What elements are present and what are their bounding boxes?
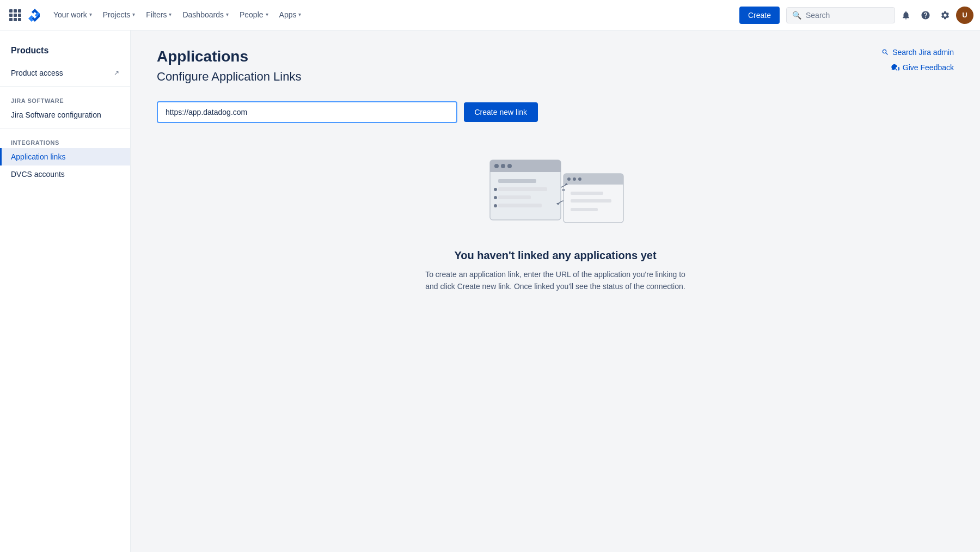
- divider-2: [0, 128, 130, 128]
- jira-logo[interactable]: [26, 7, 44, 24]
- svg-point-4: [501, 164, 505, 168]
- search-box[interactable]: 🔍 Search: [786, 7, 895, 23]
- search-icon: [881, 48, 889, 56]
- main-layout: Products Product access ↗ JIRA SOFTWARE …: [0, 30, 980, 552]
- empty-state-title: You haven't linked any applications yet: [454, 249, 656, 262]
- svg-point-11: [494, 196, 497, 199]
- sidebar-item-label: Jira Software configuration: [11, 111, 101, 119]
- empty-state-illustration: [479, 149, 632, 236]
- svg-point-5: [507, 164, 512, 168]
- give-feedback-label: Give Feedback: [903, 63, 954, 72]
- sidebar-item-dvcs-accounts[interactable]: DVCS accounts: [0, 165, 130, 183]
- top-right-actions: Search Jira admin Give Feedback: [881, 48, 954, 72]
- help-button[interactable]: [917, 7, 934, 24]
- create-button[interactable]: Create: [739, 7, 780, 24]
- grid-menu-button[interactable]: [7, 7, 24, 24]
- create-link-button[interactable]: Create new link: [464, 102, 538, 122]
- svg-rect-19: [571, 192, 603, 195]
- main-nav: Your work ▾ Projects ▾ Filters ▾ Dashboa…: [48, 0, 737, 30]
- empty-state: You haven't linked any applications yet …: [157, 149, 954, 293]
- chevron-down-icon: ▾: [89, 11, 92, 17]
- nav-filters[interactable]: Filters ▾: [140, 0, 177, 30]
- svg-rect-8: [498, 195, 531, 199]
- integrations-section-title: INTEGRATIONS: [0, 135, 130, 148]
- nav-people[interactable]: People ▾: [234, 0, 274, 30]
- svg-rect-2: [490, 166, 561, 172]
- main-content: Applications Configure Application Links…: [131, 30, 980, 552]
- svg-point-10: [494, 188, 497, 191]
- search-icon: 🔍: [792, 11, 801, 20]
- give-feedback-link[interactable]: Give Feedback: [891, 63, 954, 72]
- notifications-button[interactable]: [897, 7, 915, 24]
- sidebar-products-heading: Products: [0, 44, 130, 64]
- chevron-down-icon: ▾: [266, 11, 268, 17]
- svg-point-17: [573, 177, 576, 181]
- svg-point-16: [567, 177, 571, 181]
- url-input-row: Create new link: [157, 101, 538, 123]
- sidebar: Products Product access ↗ JIRA SOFTWARE …: [0, 30, 131, 552]
- divider: [0, 86, 130, 87]
- svg-rect-7: [498, 187, 547, 191]
- sidebar-item-product-access[interactable]: Product access ↗: [0, 64, 130, 82]
- chevron-down-icon: ▾: [132, 11, 135, 17]
- feedback-icon: [891, 63, 899, 72]
- nav-apps[interactable]: Apps ▾: [274, 0, 307, 30]
- svg-rect-6: [498, 179, 536, 183]
- settings-button[interactable]: [936, 7, 954, 24]
- search-jira-admin-link[interactable]: Search Jira admin: [881, 48, 954, 57]
- external-link-icon: ↗: [114, 69, 119, 77]
- sidebar-item-application-links[interactable]: Application links: [0, 148, 130, 165]
- admin-search-label: Search Jira admin: [892, 48, 954, 57]
- page-subtitle: Configure Application Links: [157, 70, 954, 84]
- sidebar-item-label: DVCS accounts: [11, 170, 65, 179]
- svg-rect-21: [571, 208, 598, 211]
- svg-rect-9: [498, 204, 542, 207]
- chevron-down-icon: ▾: [169, 11, 171, 17]
- page-title: Applications: [157, 48, 954, 65]
- top-navigation: Your work ▾ Projects ▾ Filters ▾ Dashboa…: [0, 0, 980, 30]
- chevron-down-icon: ▾: [298, 11, 301, 17]
- sidebar-item-label: Product access: [11, 69, 63, 77]
- nav-projects[interactable]: Projects ▾: [97, 0, 141, 30]
- svg-point-18: [578, 177, 581, 181]
- chevron-down-icon: ▾: [226, 11, 229, 17]
- avatar[interactable]: U: [956, 7, 973, 24]
- empty-state-description: To create an application link, enter the…: [425, 268, 686, 293]
- svg-point-3: [494, 164, 499, 168]
- svg-rect-20: [571, 199, 611, 203]
- url-input[interactable]: [157, 101, 457, 123]
- svg-point-12: [494, 204, 497, 207]
- topnav-right: 🔍 Search U: [786, 7, 973, 24]
- sidebar-item-label: Application links: [11, 152, 65, 161]
- svg-rect-15: [564, 179, 623, 185]
- nav-your-work[interactable]: Your work ▾: [48, 0, 97, 30]
- search-placeholder: Search: [806, 11, 830, 20]
- sidebar-item-jira-software-config[interactable]: Jira Software configuration: [0, 106, 130, 124]
- nav-dashboards[interactable]: Dashboards ▾: [177, 0, 234, 30]
- jira-software-section-title: JIRA SOFTWARE: [0, 93, 130, 106]
- grid-icon: [9, 9, 21, 21]
